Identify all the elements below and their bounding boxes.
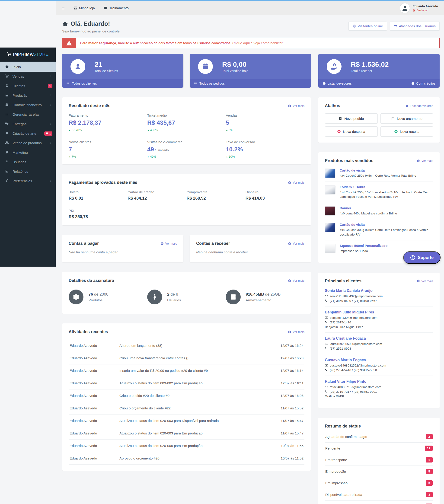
status-label: Aguardando confirm. pagto (325, 435, 367, 439)
payment-label: Cartão de crédito (128, 190, 186, 194)
client-phone: (67) 2521-8903 (325, 347, 433, 350)
question-circle-icon (410, 255, 415, 260)
sidebar-item-usuarios[interactable]: Usuários (0, 157, 56, 167)
ver-mais-link[interactable]: Ver mais (288, 279, 304, 282)
sidebar-item-preferencias[interactable]: Preferências (0, 176, 56, 186)
sidebar-item-entregas[interactable]: Entregas (0, 119, 56, 129)
plus-circle-icon (394, 130, 398, 133)
client-phone: (92) 3719-7217 / (92) 98751-9201 (325, 390, 433, 394)
product-name-link[interactable]: Cartão de visita (340, 223, 433, 227)
count-badge: 1 (48, 84, 52, 88)
activity-time: 12/07 às 16:23 (280, 356, 303, 360)
plus-circle-icon (417, 279, 420, 283)
product-name-link[interactable]: Banner (340, 206, 397, 210)
with-credits-link[interactable]: Com créditos (411, 82, 435, 85)
visitors-online-button[interactable]: Visitantes online (349, 21, 387, 31)
new-income-button[interactable]: Nova receita (380, 126, 433, 137)
client-phone: (37) 2615-1476 (325, 321, 433, 324)
tasks-icon (5, 112, 9, 116)
sidebar-item-vitrine-de-produtos[interactable]: Vitrine de produtos (0, 138, 56, 148)
approved-payments-card: Pagamentos aprovados deste mês Ver mais … (62, 174, 311, 225)
logout-link[interactable]: Deslogar (413, 9, 438, 12)
sidebar-item-criacao-de-arte[interactable]: Criação de arte 1 (0, 129, 56, 138)
status-row[interactable]: Material retirado 1 (325, 501, 433, 504)
activity-action: Criou o orçamento do cliente #22 (119, 406, 281, 410)
ver-mais-link[interactable]: Ver mais (160, 242, 177, 245)
all-orders-link[interactable]: Todos os pedidos (190, 79, 311, 88)
payments-grid: Boleto R$ 0,01 Cartão de crédito R$ 434,… (69, 190, 304, 219)
status-row[interactable]: Aguardando confirm. pagto 2 (325, 431, 433, 443)
new-expense-button[interactable]: Nova despesa (325, 126, 378, 137)
stat-label: Novos clientes (69, 140, 147, 144)
stat-item: Vendas 5 ▲ 5% (226, 113, 304, 132)
client-phone: (71) 3859-0689 / (71) 98190-9567 (325, 299, 433, 303)
phone-icon (325, 368, 328, 372)
status-count-badge: 19 (425, 446, 433, 451)
list-debtors-link[interactable]: Listar devedores (322, 82, 352, 85)
security-alert: Para maior segurança, habilite a autenti… (62, 38, 440, 48)
client-row: Laura Cristiane Fogaça laura1592065096@i… (325, 333, 433, 354)
activity-time: 11/07 às 15:47 (281, 419, 303, 423)
hide-values-toggle[interactable]: Esconder valores (405, 104, 433, 108)
chevron-right-icon (50, 122, 52, 126)
new-order-button[interactable]: Novo pedido (325, 113, 378, 124)
stat-label: Vendas (226, 113, 304, 117)
ver-mais-link[interactable]: Ver mais (288, 330, 304, 334)
sidebar-item-clientes[interactable]: Clientes 1 (0, 81, 56, 91)
activity-action: Atualizou o status do item 009-002 para … (119, 381, 281, 385)
client-name-link[interactable]: Benjamin Julio Miguel Pires (325, 310, 433, 314)
sidebar-item-vendas[interactable]: Vendas (0, 72, 56, 81)
activity-action: Aprovou o orçamento #20 (119, 456, 281, 460)
client-name-link[interactable]: Sonia Maria Daniela Araújo (325, 289, 433, 293)
user-activities-button[interactable]: Atividades dos usuários (390, 21, 440, 31)
ver-mais-link[interactable]: Ver mais (288, 242, 304, 245)
activity-time: 12/07 às 16:14 (280, 369, 303, 373)
sidebar-item-gerenciar-tarefas[interactable]: Gerenciar tarefas (0, 110, 56, 119)
all-clients-link[interactable]: Todos os clientes (62, 79, 183, 88)
client-name-link[interactable]: Laura Cristiane Fogaça (325, 336, 433, 341)
topbar-link-treinamento[interactable]: Treinamento (103, 6, 129, 10)
factory-icon (5, 93, 9, 97)
product-name-link[interactable]: Cartão de visita (340, 169, 416, 172)
box-icon (69, 289, 83, 304)
status-row[interactable]: Em produção 5 (325, 466, 433, 477)
payment-value: R$ 414,03 (245, 196, 304, 201)
divider (99, 5, 99, 11)
support-button[interactable]: Suporte (403, 251, 441, 264)
total-clients-card: 21 Total de clientes Todos os clientes (62, 54, 183, 88)
product-name-link[interactable]: Folders 1 Dobra (340, 185, 433, 189)
sidebar-item-relatorios[interactable]: Relatórios (0, 167, 56, 176)
status-row[interactable]: Disponível para retirada 3 (325, 489, 433, 501)
section-title: Resumo de status (325, 424, 361, 429)
ver-mais-link[interactable]: Ver mais (288, 104, 304, 108)
ver-mais-link[interactable]: Ver mais (417, 279, 433, 283)
status-label: Disponível para retirada (325, 493, 362, 497)
user-menu[interactable]: Eduardo Azevedo Deslogar (400, 3, 438, 13)
home-icon (5, 65, 9, 69)
client-name-link[interactable]: Rafael Vitor Filipe Pinto (325, 379, 433, 384)
page-subtitle: Seja bem-vindo ao painel de controle (62, 29, 120, 33)
alert-link[interactable]: Clique aqui e veja como habilitar (232, 41, 283, 45)
status-row[interactable]: Em transporte 1 (325, 454, 433, 466)
status-row[interactable]: Em impressão 3 (325, 477, 433, 489)
client-email: sonia1237093432@imprimastore.com (325, 294, 433, 298)
client-email: rafael400657157@imprimastore.com (325, 385, 433, 389)
new-quote-button[interactable]: Novo orçamento (380, 113, 433, 124)
activity-row: Eduardo Azevedo Criou o orçamento do cli… (69, 402, 304, 414)
client-row: Rafael Vitor Filipe Pinto rafael40065715… (325, 376, 433, 402)
sidebar-item-producao[interactable]: Produção (0, 91, 56, 100)
ver-mais-link[interactable]: Ver mais (417, 159, 433, 162)
sidebar-item-controle-financeiro[interactable]: Controle financeiro (0, 100, 56, 110)
sidebar-item-inicio[interactable]: Início (0, 62, 56, 72)
hamburger-menu-icon[interactable]: ≡ (62, 6, 65, 11)
topbar-link-minha-loja[interactable]: Minha loja (73, 6, 95, 10)
client-name-link[interactable]: Gustavo Martin Fogaça (325, 358, 433, 362)
product-name-link[interactable]: Squeeze 500ml Personalizado (340, 244, 388, 248)
status-row[interactable]: Pendente 19 (325, 443, 433, 454)
envelope-icon (325, 342, 328, 345)
ver-mais-link[interactable]: Ver mais (288, 181, 304, 184)
storefront-icon (73, 6, 77, 10)
sidebar-item-marketing[interactable]: Marketing (0, 148, 56, 157)
activity-action: Criou o pedido #20 do cliente #9 (119, 394, 280, 397)
app-logo[interactable]: iMPRiMASTORE (0, 48, 56, 61)
